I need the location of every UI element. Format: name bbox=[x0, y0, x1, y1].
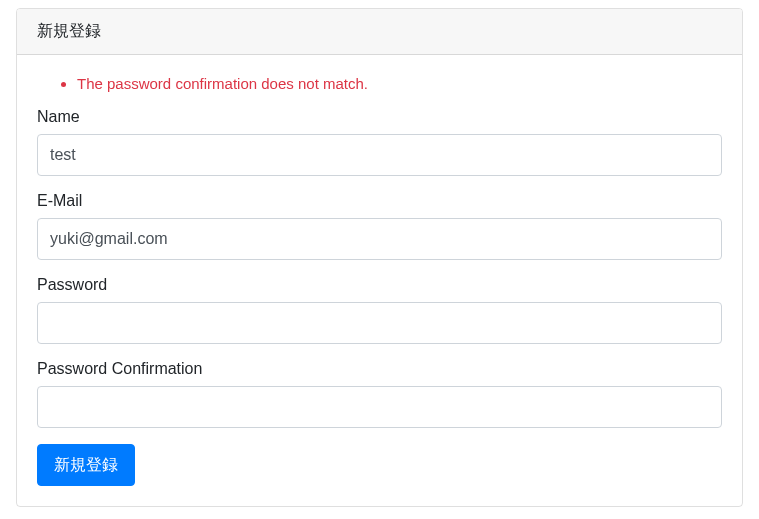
name-label: Name bbox=[37, 108, 722, 126]
email-label: E-Mail bbox=[37, 192, 722, 210]
password-confirmation-input[interactable] bbox=[37, 386, 722, 428]
error-list: The password confirmation does not match… bbox=[57, 75, 722, 92]
submit-button[interactable]: 新規登録 bbox=[37, 444, 135, 486]
card-body: The password confirmation does not match… bbox=[17, 55, 742, 506]
error-item: The password confirmation does not match… bbox=[77, 75, 722, 92]
password-input[interactable] bbox=[37, 302, 722, 344]
name-input[interactable] bbox=[37, 134, 722, 176]
email-input[interactable] bbox=[37, 218, 722, 260]
form-group-password: Password bbox=[37, 276, 722, 344]
card-header: 新規登録 bbox=[17, 9, 742, 55]
password-label: Password bbox=[37, 276, 722, 294]
registration-card: 新規登録 The password confirmation does not … bbox=[16, 8, 743, 507]
card-title: 新規登録 bbox=[37, 22, 101, 39]
form-group-name: Name bbox=[37, 108, 722, 176]
form-group-password-confirmation: Password Confirmation bbox=[37, 360, 722, 428]
password-confirmation-label: Password Confirmation bbox=[37, 360, 722, 378]
form-group-email: E-Mail bbox=[37, 192, 722, 260]
